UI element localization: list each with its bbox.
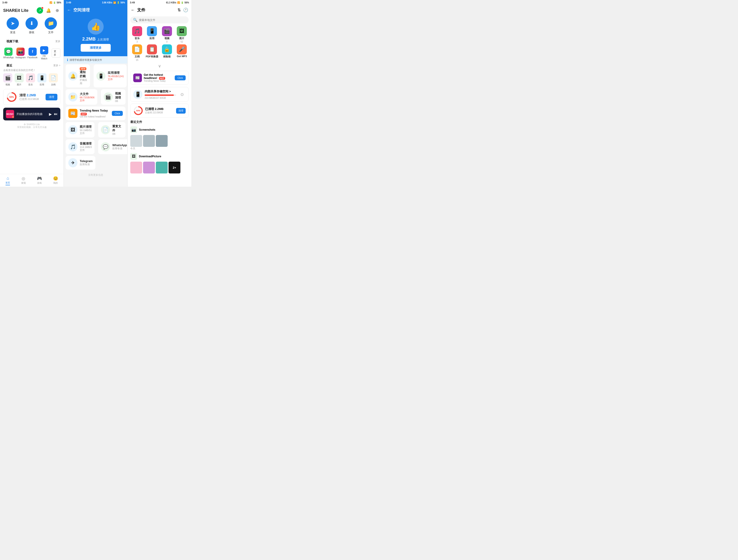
clean-row-video[interactable]: 🎬 视频清理 0B (101, 89, 125, 105)
clean-size-label: 清理 2.2MB (19, 93, 43, 97)
recent-item-video[interactable]: 🎬 视频 (3, 73, 12, 86)
video-app-row: 💬 WhatsApp 📸 Instagram f Facebook ▶ (0, 45, 63, 61)
battery-icon-right: 🔋 (181, 1, 183, 4)
send-button[interactable]: ➤ 发送 (7, 17, 19, 34)
right-header-icons: ⇅ 🕐 (177, 8, 188, 13)
cat-photo[interactable]: 🖼 图片 52 (175, 26, 189, 43)
send-icon: ➤ (7, 17, 19, 30)
instagram-icon: 📸 (16, 48, 25, 56)
nav-discover[interactable]: ◎ 发现 (21, 176, 26, 185)
safe-cat-name: 保险箱 (163, 55, 170, 58)
app-item-whatsapp[interactable]: 💬 WhatsApp (3, 48, 14, 59)
right-donut: 93% (133, 106, 143, 116)
getmp3-cat-name: Get MP3 (177, 55, 187, 58)
hero-clean-btn[interactable]: 清理更多 (81, 44, 111, 52)
recent-item-music[interactable]: 🎵 音乐 (26, 73, 35, 86)
scan-icon[interactable]: ⊙ (178, 91, 186, 98)
photo-clean-info: 图片清理 50.1MB/51文件 (80, 125, 92, 135)
clean-row-notification[interactable]: 🔔 NEW 通知拦截 拦截应用 (66, 64, 90, 87)
app-item-facebook[interactable]: f Facebook (28, 48, 38, 59)
cat-music[interactable]: 🎵 音乐 3 (130, 26, 144, 43)
clean-row-large-files[interactable]: 📁 大文件 68.72GB/906文件 (66, 89, 97, 105)
add-icon[interactable]: ⊕ (54, 7, 60, 14)
cat-safe[interactable]: 🔒 保险箱 (160, 44, 174, 61)
recent-doc-icon: 📄 (49, 73, 58, 82)
pdf-cat-name: PDF转换器 (146, 55, 158, 58)
right-panel: 3:49 61.3 KB/s 📶 🔋 56% ← 文件 ⇅ 🕐 🔍 🎵 音乐 3… (127, 0, 191, 187)
sort-icon[interactable]: ⇅ (177, 8, 181, 13)
show-more-btn[interactable]: ∨ (127, 63, 191, 69)
video-download-section: 视频下载 更多 💬 WhatsApp 📸 Instagram f Facebo (0, 37, 63, 61)
files-button[interactable]: 📁 文件 (45, 17, 57, 34)
video-cat-icon: 🎬 (162, 26, 172, 36)
play-icon[interactable]: ▶ (49, 112, 52, 116)
safe-cat-icon: 🔒 (162, 44, 172, 54)
recent-item-app[interactable]: 📱 应用 (37, 73, 46, 86)
trending-ad-btn[interactable]: Click (112, 111, 123, 116)
dl-thumb-3 (156, 162, 167, 173)
clean-hero: 👍 2.2MB 上次清理 清理更多 (64, 15, 127, 56)
cat-doc[interactable]: 📄 文档 15 (130, 44, 144, 61)
cat-pdf[interactable]: 📋 PDF转换器 (145, 44, 159, 61)
clean-used-label: 已使用 213.58GB (19, 97, 43, 101)
right-ad-info: Get the hottest headlines! HOT Trending … (144, 73, 173, 82)
clean-row-duplicate[interactable]: 📄 重复文件 0B (98, 122, 125, 137)
nav-home[interactable]: ⌂ 首页 (5, 176, 10, 185)
whatsapp-label: WhatsApp (3, 56, 14, 59)
app-item-fbwatch[interactable]: ▶ FB Watch (39, 46, 49, 60)
clean-row-telegram[interactable]: ✈ Telegram 应用专清 (66, 156, 95, 169)
receive-button[interactable]: ⬇ 接收 (25, 17, 38, 34)
cat-getmp3[interactable]: 🎤 Get MP3 (175, 44, 189, 61)
video-more-btn[interactable]: 更多 (55, 40, 60, 43)
music-badge: 3 (12, 116, 14, 118)
notification-info: NEW 通知拦截 拦截应用 (80, 67, 87, 85)
battery-mid: 56% (120, 1, 125, 4)
right-clean-btn[interactable]: 清理 (176, 108, 186, 114)
right-ad-btn[interactable]: Click (175, 75, 186, 80)
audio-clean-icon: 🎵 (68, 142, 77, 151)
cat-app[interactable]: 📱 应用 (145, 26, 159, 43)
large-files-icon: 📁 (68, 92, 77, 101)
folder-item-screenshots[interactable]: 📷 Screenshots (130, 125, 189, 134)
clean-button[interactable]: 清理 (46, 94, 57, 100)
watermark-sub: 享受精彩视频，分享无尽乐趣 (1, 126, 62, 129)
clean-row-whatsapp[interactable]: 💬 WhatsApp 应用专清 (98, 139, 127, 154)
status-bar-right: 3:49 61.3 KB/s 📶 🔋 56% (127, 0, 191, 5)
clean-row-audio[interactable]: 🎵 音频清理 114.1MB/3文件 (66, 139, 94, 154)
trending-ad-icon: 📰 (68, 109, 77, 118)
video-clean-icon: 🎬 (104, 92, 113, 101)
clean-percent-label: 93% (9, 96, 14, 98)
share-icon-btn[interactable]: ↗ (37, 7, 43, 14)
dl-thumb-2 (143, 162, 155, 173)
clean-row-photo[interactable]: 🖼 图片清理 50.1MB/51文件 (66, 122, 94, 137)
trending-ad-info: Trending News Today HOT Get the hottest … (80, 109, 109, 118)
nav-games[interactable]: 🎮 游戏 (37, 176, 42, 185)
facebook-icon: f (28, 48, 37, 56)
more-apps-btn[interactable]: 更多 (52, 48, 60, 58)
photo-clean-sub: 50.1MB/51文件 (80, 129, 92, 135)
fbwatch-icon: ▶ (40, 46, 48, 54)
download-picture-folder-icon: 🖼 (130, 153, 137, 160)
clean-card: 93% 清理 2.2MB 已使用 213.58GB 清理 (3, 89, 60, 105)
back-icon-mid[interactable]: ← (67, 8, 71, 13)
clean-info: 清理 2.2MB 已使用 213.58GB (19, 93, 43, 101)
history-icon[interactable]: 🕐 (183, 8, 188, 13)
storage-card: 📱 内部共享存储空间 > 213.58GB/227.83GB ⊙ (130, 87, 189, 102)
bell-icon[interactable]: 🔔 (45, 7, 52, 14)
nav-profile[interactable]: 😊 我的 (53, 176, 58, 185)
recent-item-photo[interactable]: 🖼 图片 (15, 73, 24, 86)
back-icon-right[interactable]: ← (131, 8, 135, 13)
cat-video[interactable]: 🎬 视频 0 (160, 26, 174, 43)
clean-row-app[interactable]: 📱 应用清理 76.45GB/1241文件 (94, 64, 127, 87)
music-cat-name: 音乐 (134, 37, 140, 40)
skip-icon[interactable]: ⏭ (54, 112, 58, 116)
recent-item-doc[interactable]: 📄 文档 (49, 73, 58, 86)
folder-item-download-picture[interactable]: 🖼 DownloadPicture (130, 152, 189, 161)
more-thumbs-overlay: 2+ (168, 162, 180, 173)
recent-files-title: 最近文件 (130, 120, 189, 124)
storage-fill (145, 94, 174, 96)
right-ad-icon: 📰 (133, 73, 142, 82)
app-item-instagram[interactable]: 📸 Instagram (15, 48, 25, 59)
recent-more-btn[interactable]: 更多 > (53, 64, 60, 67)
search-input[interactable] (139, 18, 186, 22)
